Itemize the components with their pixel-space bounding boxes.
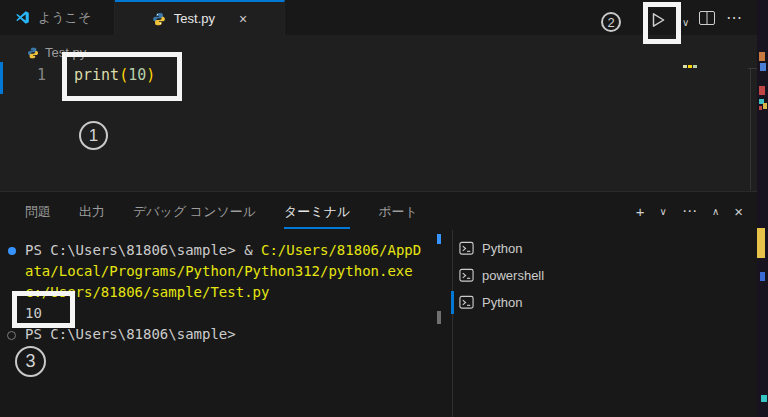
- annotation-box-output: [12, 291, 75, 328]
- panel-tab-output[interactable]: 出力: [79, 193, 105, 229]
- command-success-dot: [8, 247, 16, 255]
- panel-tab-debug-console[interactable]: デバッグ コンソール: [133, 193, 256, 229]
- tab-testpy[interactable]: Test.py ×: [115, 0, 285, 35]
- tab-welcome[interactable]: ようこそ: [0, 0, 115, 35]
- gutter-scroll-mark: [437, 311, 441, 324]
- run-dropdown-icon[interactable]: ∨: [682, 17, 689, 28]
- vscode-window: ようこそ Test.py × ∨: [0, 0, 757, 417]
- terminal-item-powershell[interactable]: powershell: [453, 262, 753, 289]
- terminal-text: PS C:\Users\81806\sample> &: [25, 242, 261, 258]
- line-number: 1: [30, 66, 46, 84]
- split-editor-icon[interactable]: [699, 11, 715, 29]
- terminal-line: ata/Local/Programs/Python/Python312/pyth…: [25, 261, 413, 282]
- vscode-logo-icon: [15, 10, 30, 25]
- terminal-text: C:/Users/81806/AppD: [261, 242, 421, 258]
- editor-scrollbar-edge: [748, 68, 757, 69]
- panel-tab-problems[interactable]: 問題: [25, 193, 51, 229]
- vscode-screenshot: ようこそ Test.py × ∨: [0, 0, 768, 417]
- terminal-instance-list: Python powershell: [453, 235, 753, 316]
- bottom-panel: 問題 出力 デバッグ コンソール ターミナル ポート + ∨ ⋯ ∧ × PS …: [0, 191, 757, 417]
- terminal-icon: [459, 268, 474, 283]
- tab-close-icon[interactable]: ×: [239, 11, 247, 27]
- panel-tab-bar: 問題 出力 デバッグ コンソール ターミナル ポート: [25, 192, 418, 230]
- panel-actions: + ∨ ⋯ ∧ ×: [636, 192, 743, 230]
- new-terminal-icon[interactable]: +: [636, 203, 645, 220]
- command-pending-dot: [7, 331, 16, 340]
- annotation-circle-3: 3: [15, 346, 46, 377]
- python-icon: [27, 47, 39, 59]
- terminal-dropdown-icon[interactable]: ∨: [660, 206, 667, 217]
- gutter-command-mark: [437, 234, 441, 244]
- annotation-box-code: [62, 52, 182, 101]
- panel-maximize-icon[interactable]: ∧: [712, 206, 719, 217]
- panel-tab-ports[interactable]: ポート: [378, 193, 418, 229]
- panel-more-icon[interactable]: ⋯: [682, 202, 697, 220]
- terminal-item-label: powershell: [482, 268, 544, 283]
- terminal-line: PS C:\Users\81806\sample> & C:/Users/818…: [25, 240, 421, 261]
- selected-indicator: [451, 291, 454, 314]
- minimap: [683, 65, 697, 68]
- annotation-circle-2: 2: [601, 12, 621, 32]
- terminal-item-python-1[interactable]: Python: [453, 235, 753, 262]
- python-icon: [152, 12, 166, 26]
- editor-scrollbar-edge: [750, 68, 751, 190]
- terminal-icon: [459, 295, 474, 310]
- terminal-item-label: Python: [482, 241, 522, 256]
- terminal-text: ata/Local/Programs/Python/Python312/pyth…: [25, 263, 413, 279]
- terminal-item-python-2-selected[interactable]: Python: [453, 289, 753, 316]
- terminal-item-label: Python: [482, 295, 522, 310]
- annotation-circle-1: 1: [79, 121, 108, 150]
- annotation-box-run: [643, 2, 681, 44]
- tab-testpy-label: Test.py: [174, 11, 215, 26]
- terminal-icon: [459, 241, 474, 256]
- panel-close-icon[interactable]: ×: [734, 203, 743, 220]
- tab-welcome-label: ようこそ: [38, 9, 91, 27]
- background-window-strip: [757, 0, 768, 417]
- panel-tab-terminal[interactable]: ターミナル: [284, 193, 350, 229]
- more-actions-icon[interactable]: ⋯: [726, 8, 743, 27]
- terminal-text: PS C:\Users\81806\sample>: [25, 326, 236, 342]
